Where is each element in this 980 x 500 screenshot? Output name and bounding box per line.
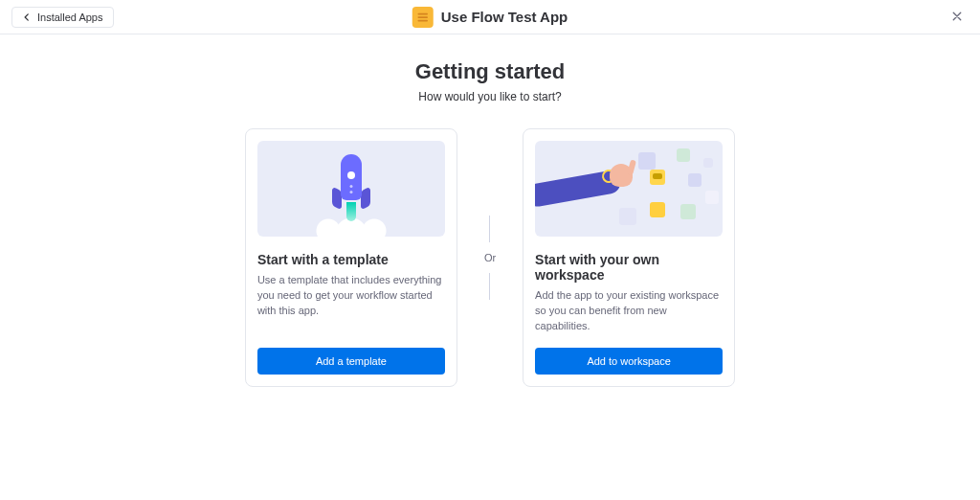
app-title: Use Flow Test App (441, 9, 568, 25)
back-button-label: Installed Apps (37, 11, 103, 23)
workspace-card-title: Start with your own workspace (535, 252, 723, 283)
template-card-title: Start with a template (257, 252, 445, 267)
svg-rect-0 (417, 12, 428, 14)
topbar: Installed Apps Use Flow Test App (0, 0, 980, 34)
close-button[interactable] (946, 6, 969, 29)
svg-rect-1 (417, 16, 428, 18)
workspace-card-desc: Add the app to your existing workspace s… (535, 288, 723, 334)
template-card: Start with a template Use a template tha… (245, 128, 457, 387)
add-to-workspace-button[interactable]: Add to workspace (535, 348, 723, 375)
add-template-button[interactable]: Add a template (257, 348, 445, 375)
close-icon (951, 9, 963, 26)
workspace-illustration (535, 141, 723, 237)
svg-rect-2 (417, 19, 428, 21)
or-separator: Or (484, 128, 496, 387)
separator-line-top (489, 216, 490, 242)
workspace-card: Start with your own workspace Add the ap… (523, 128, 735, 387)
template-card-desc: Use a template that includes everything … (257, 273, 445, 334)
separator-line-bottom (489, 273, 490, 300)
app-icon (412, 7, 434, 28)
back-to-installed-apps-button[interactable]: Installed Apps (11, 7, 114, 28)
page-heading: Getting started (0, 59, 980, 84)
arrow-left-icon (22, 12, 32, 22)
app-title-wrap: Use Flow Test App (412, 7, 568, 28)
main-content: Getting started How would you like to st… (0, 34, 980, 387)
template-illustration (257, 141, 445, 237)
page-subheading: How would you like to start? (0, 90, 980, 103)
separator-label: Or (484, 252, 496, 263)
cards-row: Start with a template Use a template tha… (0, 128, 980, 387)
